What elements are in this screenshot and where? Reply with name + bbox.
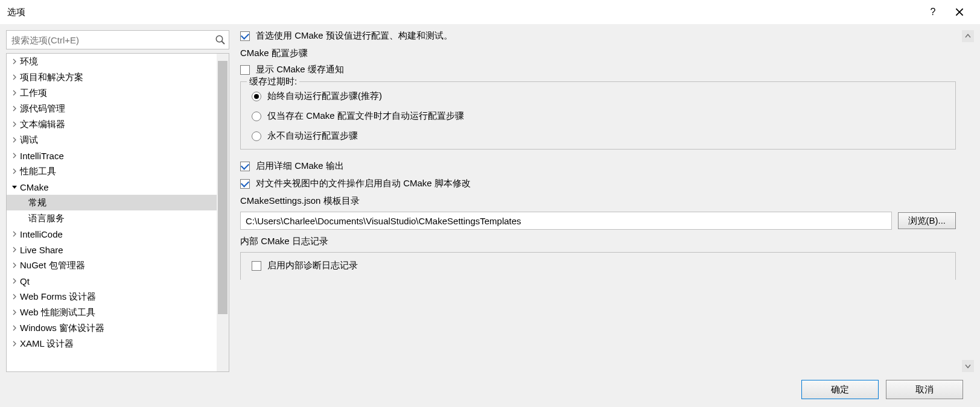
close-button[interactable]	[946, 2, 973, 22]
tree-item[interactable]: Web Forms 设计器	[7, 289, 217, 304]
chevron-right-icon[interactable]	[10, 89, 19, 97]
content-scroll-down[interactable]	[962, 360, 974, 372]
window-title: 选项	[7, 7, 25, 18]
chevron-right-icon[interactable]	[10, 136, 19, 144]
chevron-right-icon[interactable]	[10, 120, 19, 128]
auto-script-edit-label: 对文件夹视图中的文件操作启用自动 CMake 脚本修改	[256, 178, 471, 189]
tree-item-label: IntelliTrace	[20, 151, 64, 161]
tree-item[interactable]: 语言服务	[7, 210, 217, 226]
chevron-right-icon[interactable]	[10, 57, 19, 66]
verbose-output-checkbox[interactable]	[240, 162, 250, 171]
tree-item[interactable]: Windows 窗体设计器	[7, 320, 217, 336]
prefer-presets-checkbox[interactable]	[240, 31, 250, 41]
titlebar: 选项 ?	[0, 0, 980, 24]
chevron-right-icon[interactable]	[10, 308, 19, 317]
tree-item[interactable]: Web 性能测试工具	[7, 304, 217, 320]
options-tree[interactable]: 环境项目和解决方案工作项源代码管理文本编辑器调试IntelliTrace性能工具…	[6, 53, 229, 372]
close-icon	[955, 8, 964, 16]
internal-log-group: 启用内部诊断日志记录	[240, 252, 956, 280]
dialog-footer: 确定 取消	[6, 372, 974, 407]
search-icon[interactable]	[215, 34, 226, 45]
tree-item-label: 调试	[20, 134, 38, 146]
tree-item-label: NuGet 包管理器	[20, 260, 85, 271]
tree-item[interactable]: 调试	[7, 132, 217, 148]
tree-item-label: Web 性能测试工具	[20, 307, 95, 318]
tree-item[interactable]: NuGet 包管理器	[7, 257, 217, 273]
cancel-button[interactable]: 取消	[886, 380, 963, 399]
tree-item[interactable]: 工作项	[7, 85, 217, 101]
options-content: 首选使用 CMake 预设值进行配置、构建和测试。 CMake 配置步骤 显示 …	[240, 30, 974, 372]
tree-item[interactable]: XAML 设计器	[7, 336, 217, 352]
chevron-right-icon[interactable]	[10, 73, 19, 81]
chevron-right-icon[interactable]	[10, 324, 19, 332]
tree-item[interactable]: CMake	[7, 179, 217, 195]
tree-item-label: 源代码管理	[20, 103, 65, 115]
cache-expired-legend: 缓存过期时:	[247, 76, 299, 87]
cache-radio-onlyfile-label: 仅当存在 CMake 配置文件时才自动运行配置步骤	[267, 110, 464, 122]
auto-script-edit-checkbox[interactable]	[240, 179, 250, 189]
tree-item[interactable]: Live Share	[7, 242, 217, 257]
tree-scrollbar-thumb[interactable]	[218, 61, 228, 314]
tree-item-label: 性能工具	[20, 166, 56, 177]
chevron-down-icon[interactable]	[10, 183, 19, 191]
tree-item[interactable]: IntelliTrace	[7, 148, 217, 163]
chevron-right-icon[interactable]	[10, 230, 19, 238]
verbose-output-label: 启用详细 CMake 输出	[256, 160, 344, 172]
browse-button[interactable]: 浏览(B)...	[898, 212, 956, 229]
show-cache-notify-checkbox[interactable]	[240, 65, 250, 75]
tree-item[interactable]: 常规	[7, 195, 217, 210]
tree-item-label: XAML 设计器	[20, 338, 74, 350]
cache-radio-always-label: 始终自动运行配置步骤(推荐)	[267, 90, 382, 102]
tree-item-label: Web Forms 设计器	[20, 291, 96, 303]
tree-item-label: 语言服务	[28, 213, 65, 224]
tree-item[interactable]: IntelliCode	[7, 226, 217, 242]
tree-item-label: 常规	[28, 197, 46, 209]
cache-radio-never[interactable]	[252, 131, 261, 141]
chevron-right-icon[interactable]	[10, 151, 19, 160]
tree-item[interactable]: 性能工具	[7, 163, 217, 179]
templates-heading: CMakeSettings.json 模板目录	[240, 195, 360, 207]
tree-item-label: Live Share	[20, 245, 63, 255]
left-panel: 环境项目和解决方案工作项源代码管理文本编辑器调试IntelliTrace性能工具…	[6, 30, 229, 372]
chevron-right-icon[interactable]	[10, 245, 19, 254]
tree-item[interactable]: 文本编辑器	[7, 116, 217, 132]
cache-radio-always[interactable]	[252, 92, 261, 101]
ok-button[interactable]: 确定	[801, 380, 879, 399]
tree-item-label: 工作项	[20, 87, 47, 99]
tree-item[interactable]: 项目和解决方案	[7, 69, 217, 85]
prefer-presets-label: 首选使用 CMake 预设值进行配置、构建和测试。	[256, 30, 453, 42]
enable-diag-log-label: 启用内部诊断日志记录	[267, 260, 358, 271]
enable-diag-log-checkbox[interactable]	[252, 261, 261, 271]
internal-log-heading: 内部 CMake 日志记录	[240, 236, 328, 247]
tree-item-label: IntelliCode	[20, 229, 63, 239]
tree-item-label: Windows 窗体设计器	[20, 323, 104, 334]
tree-item-label: 项目和解决方案	[20, 72, 83, 83]
tree-item-label: CMake	[20, 182, 49, 192]
chevron-right-icon[interactable]	[10, 261, 19, 270]
chevron-right-icon[interactable]	[10, 104, 19, 113]
content-scroll-up[interactable]	[962, 30, 974, 42]
show-cache-notify-label: 显示 CMake 缓存通知	[256, 64, 344, 75]
svg-point-0	[216, 36, 222, 42]
cache-radio-never-label: 永不自动运行配置步骤	[267, 130, 358, 142]
search-input[interactable]	[6, 30, 229, 49]
tree-item[interactable]: 环境	[7, 54, 217, 69]
tree-item[interactable]: Qt	[7, 273, 217, 289]
tree-item-label: 文本编辑器	[20, 119, 65, 130]
cache-radio-onlyfile[interactable]	[252, 112, 261, 121]
help-button[interactable]: ?	[920, 2, 946, 22]
tree-item[interactable]: 源代码管理	[7, 101, 217, 116]
templates-path-input[interactable]	[240, 212, 892, 230]
chevron-right-icon[interactable]	[10, 167, 19, 175]
config-steps-heading: CMake 配置步骤	[240, 48, 308, 59]
svg-line-1	[222, 42, 225, 45]
chevron-right-icon[interactable]	[10, 292, 19, 301]
tree-scrollbar[interactable]	[217, 54, 229, 371]
chevron-right-icon[interactable]	[10, 339, 19, 348]
tree-item-label: Qt	[20, 276, 30, 286]
chevron-right-icon[interactable]	[10, 277, 19, 285]
tree-item-label: 环境	[20, 56, 38, 68]
cache-expired-group: 缓存过期时: 始终自动运行配置步骤(推荐) 仅当存在 CMake 配置文件时才自…	[240, 81, 956, 150]
